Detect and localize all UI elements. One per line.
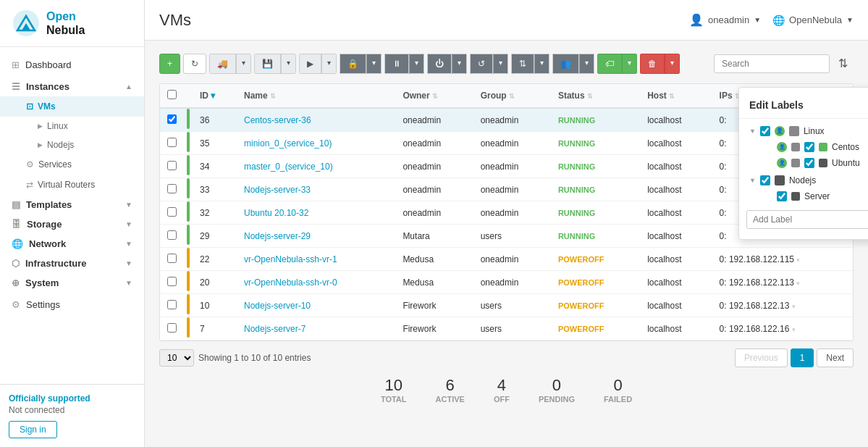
transfer-main[interactable]: ⇅ [511,54,534,74]
sidebar-item-label-nodejs: Nodejs [47,140,74,150]
sidebar-item-nodejs[interactable]: ▶ Nodejs [0,135,144,154]
centos-checkbox[interactable] [804,142,814,152]
save-caret[interactable]: ▾ [281,54,296,74]
labels-button[interactable]: 🏷 ▾ [597,54,637,74]
sidebar-item-storage[interactable]: 🗄 Storage ▼ [0,214,144,234]
nodejs-checkbox[interactable] [760,175,770,185]
power-main[interactable]: ⏻ [427,54,452,74]
sidebar-item-label-dashboard: Dashboard [25,59,72,70]
refresh-button[interactable]: ↻ [183,54,206,74]
row-name[interactable]: vr-OpenNebula-ssh-vr-1 [237,248,395,271]
save-main[interactable]: 💾 [254,54,281,74]
row-name[interactable]: Nodejs-server-7 [237,317,395,341]
row-name[interactable]: Ubuntu 20.10-32 [237,201,395,225]
sidebar-item-instances[interactable]: ☰ Instances ▲ [0,77,144,96]
row-name[interactable]: Nodejs-server-33 [237,178,395,201]
sidebar-item-system[interactable]: ⊕ System ▼ [0,273,144,293]
migrate-main[interactable]: 🚚 [209,54,236,74]
row-checkbox[interactable] [167,323,177,333]
play-main[interactable]: ▶ [299,54,321,74]
label-group-linux-header[interactable]: ▼ 👤 Linux [745,123,868,139]
row-name[interactable]: Centos-server-36 [237,108,395,132]
migrate-button[interactable]: 🚚 ▾ [209,54,251,74]
next-page-button[interactable]: Next [817,348,854,367]
row-name[interactable]: minion_0_(service_10) [237,132,395,155]
row-indicator-cell [184,225,193,248]
label-ubuntu[interactable]: 👤 Ubuntu [745,155,868,171]
sidebar-item-linux[interactable]: ▶ Linux [0,117,144,135]
reboot-caret[interactable]: ▾ [493,54,508,74]
row-checkbox[interactable] [167,277,177,286]
select-all-checkbox[interactable] [167,90,177,99]
owner-button[interactable]: 👥 ▾ [552,54,594,74]
delete-button[interactable]: 🗑 ▾ [640,54,680,74]
reboot-main[interactable]: ↺ [470,54,493,74]
label-group-nodejs-header[interactable]: ▼ Nodejs [745,172,868,188]
owner-main[interactable]: 👥 [552,54,579,74]
search-input[interactable] [714,54,830,73]
add-vm-button[interactable]: + [159,54,180,74]
row-checkbox[interactable] [167,207,177,217]
group-column-header[interactable]: Group ⇅ [473,84,551,108]
host-column-header[interactable]: Host ⇅ [640,84,712,108]
row-checkbox[interactable] [167,184,177,193]
stat-pending: 0 PENDING [539,376,575,404]
user-menu[interactable]: 👤 oneadmin ▼ [689,13,761,27]
row-name[interactable]: Nodejs-server-29 [237,225,395,248]
label-centos[interactable]: 👤 Centos [745,139,868,155]
row-checkbox[interactable] [167,161,177,170]
sidebar-item-settings[interactable]: ⚙ Settings [0,293,144,317]
row-checkbox[interactable] [167,138,177,147]
name-column-header[interactable]: Name ⇅ [237,84,395,108]
sign-in-button[interactable]: Sign in [9,421,57,438]
reboot-button[interactable]: ↺ ▾ [470,54,508,74]
previous-page-button[interactable]: Previous [735,348,788,367]
pause-caret[interactable]: ▾ [409,54,424,74]
id-column-header[interactable]: ID [193,84,237,108]
filter-button[interactable]: ⇅ [833,52,854,75]
delete-main[interactable]: 🗑 [640,54,665,74]
owner-caret[interactable]: ▾ [579,54,594,74]
cloud-menu[interactable]: 🌐 OpenNebula ▼ [772,14,854,26]
row-name[interactable]: Nodejs-server-10 [237,294,395,317]
ubuntu-checkbox[interactable] [804,158,814,168]
select-all-header[interactable] [160,84,184,108]
pause-button[interactable]: ⏸ ▾ [384,54,424,74]
lock-main[interactable]: 🔒 [340,54,366,74]
row-checkbox[interactable] [167,254,177,263]
linux-checkbox[interactable] [760,126,770,136]
sidebar-item-dashboard[interactable]: ⊞ Dashboard [0,53,144,77]
transfer-button[interactable]: ⇅ ▾ [511,54,549,74]
transfer-caret[interactable]: ▾ [534,54,549,74]
row-checkbox[interactable] [167,230,177,240]
label-server[interactable]: Server [745,188,868,204]
sidebar-item-virtual-routers[interactable]: ⇄ Virtual Routers [0,175,144,195]
server-checkbox[interactable] [777,191,787,201]
lock-button[interactable]: 🔒 ▾ [340,54,382,74]
row-name[interactable]: master_0_(service_10) [237,155,395,178]
per-page-select[interactable]: 10 25 50 [159,349,194,367]
status-column-header[interactable]: Status ⇅ [551,84,640,108]
sidebar-item-infrastructure[interactable]: ⬡ Infrastructure ▼ [0,254,144,273]
labels-caret[interactable]: ▾ [622,54,637,74]
row-name[interactable]: vr-OpenNebula-ssh-vr-0 [237,271,395,294]
sidebar-item-services[interactable]: ⚙ Services [0,154,144,175]
save-button[interactable]: 💾 ▾ [254,54,296,74]
sidebar-item-vms[interactable]: ⊡ VMs [0,96,144,117]
lock-caret[interactable]: ▾ [366,54,382,74]
add-label-input[interactable] [746,210,868,229]
sidebar-item-templates[interactable]: ▤ Templates ▼ [0,195,144,214]
labels-main[interactable]: 🏷 [597,54,622,74]
pause-main[interactable]: ⏸ [384,54,409,74]
sidebar-item-network[interactable]: 🌐 Network ▼ [0,234,144,254]
power-button[interactable]: ⏻ ▾ [427,54,467,74]
page-1-button[interactable]: 1 [791,348,814,367]
play-button[interactable]: ▶ ▾ [299,54,337,74]
owner-column-header[interactable]: Owner ⇅ [395,84,473,108]
migrate-caret[interactable]: ▾ [236,54,251,74]
row-checkbox[interactable] [167,300,177,309]
power-caret[interactable]: ▾ [452,54,467,74]
row-checkbox[interactable] [167,114,177,124]
play-caret[interactable]: ▾ [321,54,337,74]
delete-caret[interactable]: ▾ [665,54,680,74]
